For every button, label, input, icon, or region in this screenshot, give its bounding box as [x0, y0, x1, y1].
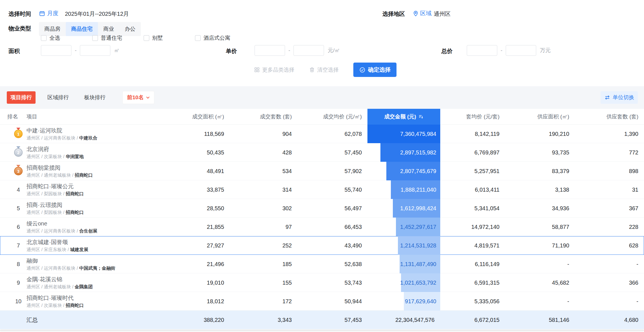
project-subtitle: 通州区 / 运河商务区板块 / 中建玖合: [27, 135, 176, 141]
horizontal-scrollbar[interactable]: [0, 329, 644, 331]
top-n-dropdown[interactable]: 前10名: [122, 91, 154, 104]
deal-amount-cell: 1,888,211,040: [367, 180, 440, 199]
unit-price-min-input[interactable]: [255, 45, 285, 56]
project-developer: 中国武夷；金融街: [79, 266, 115, 271]
column-header-8: 供应面积 (㎡): [505, 113, 575, 120]
table-row-4[interactable]: 4招商蛇口·璀璨公元通州区 / 梨园板块 / 招商蛇口33,87531455,7…: [0, 180, 644, 199]
total-price-unit: 万元: [540, 47, 551, 54]
deal-amount-value: 1,888,211,040: [401, 187, 436, 193]
deal-avg-price-cell: 50,944: [297, 298, 367, 305]
area-range-group: - ㎡: [41, 45, 119, 56]
subtype-checkbox-3[interactable]: 别墅: [144, 34, 195, 42]
chevron-down-icon: [146, 96, 150, 99]
area-min-input[interactable]: [41, 45, 71, 56]
deal-amount-cell: 1,452,297,617: [367, 218, 440, 236]
deal-area-cell: 48,491: [176, 168, 230, 174]
project-name[interactable]: 缦云one: [27, 220, 176, 227]
table-row-7[interactable]: 7北京城建·国誉颂通州区 / 宋庄东板块 / 城建发展27,92725243,4…: [0, 236, 644, 255]
unit-avg-price-cell: 4,819,571: [440, 242, 505, 249]
table-row-10[interactable]: 10招商蛇口·璀璨时代通州区 / 次渠板块 / 招商蛇口18,01217250,…: [0, 292, 644, 311]
medal-silver-icon: 2: [14, 148, 23, 157]
column-header-9: 供应套数 (套): [575, 113, 644, 120]
project-name[interactable]: 北京润府: [27, 146, 176, 153]
deal-amount-value: 1,131,487,490: [400, 261, 436, 267]
deal-area-cell: 27,927: [176, 242, 230, 249]
confirm-selection-button[interactable]: 确定选择: [353, 63, 397, 77]
project-name[interactable]: 招商蛇口·璀璨时代: [27, 295, 176, 302]
project-name[interactable]: 招商·云璟揽阅: [27, 202, 176, 209]
location-pin-icon: [413, 10, 419, 17]
deal-amount-cell: 2,897,515,982: [367, 143, 440, 162]
ranking-tab-3[interactable]: 板块排行: [81, 91, 109, 104]
checkbox-icon[interactable]: [41, 35, 47, 41]
supply-units-cell: 628: [575, 242, 644, 249]
unit-price-max-input[interactable]: [293, 45, 324, 56]
project-name[interactable]: 招商朝棠揽阅: [27, 164, 176, 171]
area-max-input[interactable]: [80, 45, 110, 56]
unit-avg-price-cell: 6,769,897: [440, 149, 505, 156]
ranking-toolbar: 项目排行区域排行板块排行 前10名 单位切换: [0, 86, 644, 109]
supply-area-cell: 3,138: [505, 187, 575, 193]
table-row-6[interactable]: 6缦云one通州区 / 运河商务区板块 / 合生创展21,8559766,453…: [0, 218, 644, 236]
deal-amount-cell: 1,612,998,424: [367, 199, 440, 218]
trash-icon: [309, 67, 315, 73]
checkbox-icon[interactable]: [92, 35, 98, 41]
supply-units-cell: 31: [575, 187, 644, 193]
column-header-1: 排名: [7, 113, 27, 120]
project-name[interactable]: 中建·运河玖院: [27, 127, 176, 134]
project-cell: 招商蛇口·璀璨公元通州区 / 梨园板块 / 招商蛇口: [27, 183, 176, 197]
supply-units-cell: 898: [575, 168, 644, 174]
ranking-tab-2[interactable]: 区域排行: [44, 91, 72, 104]
subtype-checkbox-2[interactable]: 普通住宅: [92, 34, 144, 42]
unit-avg-price-cell: 8,142,119: [440, 131, 505, 137]
time-range-value[interactable]: 2025年01月--2025年12月: [65, 10, 129, 18]
total-price-max-input[interactable]: [506, 45, 536, 56]
project-name[interactable]: 北京城建·国誉颂: [27, 239, 176, 246]
subtype-checkbox-4[interactable]: 酒店式公寓: [195, 34, 246, 42]
range-separator: -: [74, 47, 77, 54]
table-row-2[interactable]: 2北京润府通州区 / 次渠板块 / 华润置地50,43542857,4502,8…: [0, 143, 644, 162]
project-name[interactable]: 招商蛇口·璀璨公元: [27, 183, 176, 190]
rank-cell: 9: [7, 280, 27, 286]
project-subtitle: 通州区 / 宋庄东板块 / 城建发展: [27, 247, 176, 253]
unit-avg-price-cell: 5,257,951: [440, 168, 505, 174]
table-row-8[interactable]: 8融御通州区 / 运河商务区板块 / 中国武夷；金融街21,49618552,6…: [0, 255, 644, 273]
table-row-3[interactable]: 3招商朝棠揽阅通州区 / 通州老城板块 / 招商蛇口48,49153457,90…: [0, 162, 644, 180]
rank-number: 4: [14, 187, 23, 193]
project-subtitle: 通州区 / 运河商务区板块 / 中国武夷；金融街: [27, 265, 176, 271]
summary-deal-amount: 22,304,547,576: [367, 317, 440, 323]
time-mode-button[interactable]: 月度: [39, 10, 58, 17]
unit-switch-button[interactable]: 单位切换: [601, 91, 638, 104]
rank-cell: 8: [7, 261, 27, 267]
check-circle-icon: [359, 67, 365, 73]
deal-area-cell: 28,550: [176, 205, 230, 212]
column-header-6[interactable]: 成交金额 (元): [367, 109, 440, 125]
subtype-checkbox-1[interactable]: 全选: [41, 34, 92, 42]
project-name[interactable]: 融御: [27, 257, 176, 264]
total-price-min-input[interactable]: [467, 45, 497, 56]
region-value[interactable]: 通州区: [434, 10, 451, 18]
rank-number: 7: [14, 242, 23, 249]
checkbox-label: 普通住宅: [101, 34, 122, 42]
project-cell: 招商蛇口·璀璨时代通州区 / 次渠板块 / 招商蛇口: [27, 295, 176, 308]
table-row-1[interactable]: 1中建·运河玖院通州区 / 运河商务区板块 / 中建玖合118,56990462…: [0, 125, 644, 143]
deal-avg-price-cell: 57,450: [297, 149, 367, 156]
deal-units-cell: 172: [230, 298, 297, 305]
checkbox-icon[interactable]: [195, 35, 201, 41]
more-categories-button[interactable]: 更多品类选择: [254, 66, 294, 74]
project-name[interactable]: 金隅·花溪云锦: [27, 276, 176, 283]
region-type-button[interactable]: 区域: [413, 10, 431, 17]
summary-unit-avg-price: 6,672,015: [440, 317, 505, 323]
project-location: 通州区 / 次渠板块 /: [27, 303, 66, 308]
sort-icon: [419, 114, 423, 119]
checkbox-icon[interactable]: [144, 35, 149, 41]
ranking-tab-1[interactable]: 项目排行: [7, 91, 36, 104]
table-row-5[interactable]: 5招商·云璟揽阅通州区 / 梨园板块 / 招商蛇口28,55030256,497…: [0, 199, 644, 218]
rank-cell: 7: [7, 242, 27, 249]
project-cell: 缦云one通州区 / 运河商务区板块 / 合生创展: [27, 220, 176, 234]
project-location: 通州区 / 运河商务区板块 /: [27, 136, 79, 140]
clear-selection-button[interactable]: 清空选择: [309, 66, 339, 74]
deal-avg-price-cell: 55,740: [297, 187, 367, 193]
table-row-9[interactable]: 9金隅·花溪云锦通州区 / 通州老城板块 / 金隅集团19,01015553,7…: [0, 273, 644, 292]
filter-actions: 更多品类选择 清空选择 确定选择: [254, 63, 397, 77]
